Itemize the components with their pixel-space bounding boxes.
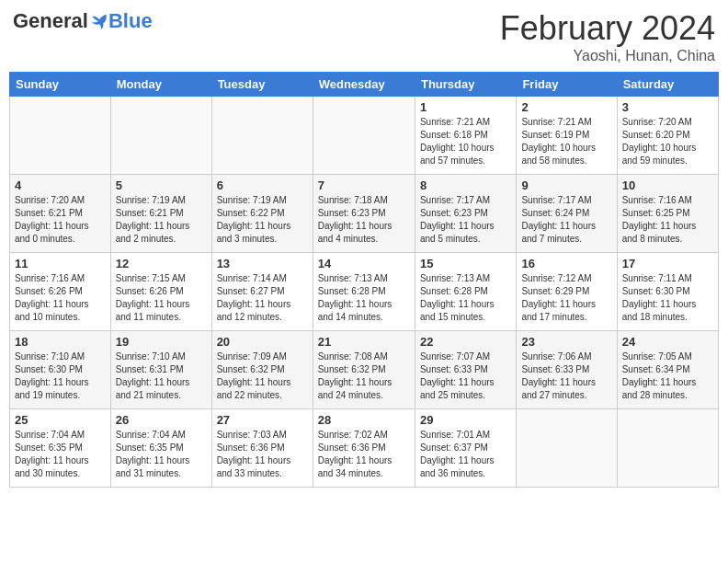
calendar-cell [313, 97, 415, 175]
calendar-cell: 24Sunrise: 7:05 AM Sunset: 6:34 PM Dayli… [617, 331, 718, 409]
day-number: 21 [318, 335, 410, 349]
title-block: February 2024 Yaoshi, Hunan, China [500, 9, 715, 64]
calendar-cell: 8Sunrise: 7:17 AM Sunset: 6:23 PM Daylig… [415, 175, 516, 253]
day-info: Sunrise: 7:15 AM Sunset: 6:26 PM Dayligh… [116, 272, 207, 324]
weekday-header-row: SundayMondayTuesdayWednesdayThursdayFrid… [10, 73, 719, 97]
day-info: Sunrise: 7:07 AM Sunset: 6:33 PM Dayligh… [420, 350, 511, 402]
calendar-cell: 1Sunrise: 7:21 AM Sunset: 6:18 PM Daylig… [415, 97, 516, 175]
day-number: 12 [116, 257, 207, 270]
logo-bird-icon [90, 12, 108, 30]
page-header: General Blue February 2024 Yaoshi, Hunan… [9, 9, 719, 64]
day-number: 20 [217, 335, 308, 349]
calendar-cell: 4Sunrise: 7:20 AM Sunset: 6:21 PM Daylig… [10, 175, 111, 253]
calendar-cell [110, 97, 211, 175]
day-number: 28 [318, 413, 410, 427]
calendar-cell: 22Sunrise: 7:07 AM Sunset: 6:33 PM Dayli… [415, 331, 516, 409]
day-info: Sunrise: 7:09 AM Sunset: 6:32 PM Dayligh… [217, 350, 308, 402]
day-number: 10 [622, 178, 713, 192]
calendar-cell: 20Sunrise: 7:09 AM Sunset: 6:32 PM Dayli… [211, 331, 313, 409]
calendar-cell: 26Sunrise: 7:04 AM Sunset: 6:35 PM Dayli… [110, 409, 211, 488]
day-number: 9 [521, 178, 611, 192]
day-number: 6 [217, 178, 308, 192]
calendar-cell: 2Sunrise: 7:21 AM Sunset: 6:19 PM Daylig… [517, 97, 617, 175]
day-info: Sunrise: 7:19 AM Sunset: 6:21 PM Dayligh… [116, 194, 207, 246]
month-title: February 2024 [500, 9, 715, 48]
day-info: Sunrise: 7:08 AM Sunset: 6:32 PM Dayligh… [318, 350, 410, 402]
weekday-header-saturday: Saturday [617, 73, 718, 97]
calendar-cell: 16Sunrise: 7:12 AM Sunset: 6:29 PM Dayli… [517, 253, 617, 331]
calendar-cell: 29Sunrise: 7:01 AM Sunset: 6:37 PM Dayli… [415, 409, 516, 488]
day-info: Sunrise: 7:01 AM Sunset: 6:37 PM Dayligh… [420, 429, 511, 480]
day-info: Sunrise: 7:21 AM Sunset: 6:18 PM Dayligh… [420, 116, 511, 167]
calendar-cell: 9Sunrise: 7:17 AM Sunset: 6:24 PM Daylig… [517, 175, 617, 253]
day-number: 23 [521, 335, 611, 349]
day-info: Sunrise: 7:13 AM Sunset: 6:28 PM Dayligh… [420, 272, 511, 324]
calendar-cell: 14Sunrise: 7:13 AM Sunset: 6:28 PM Dayli… [313, 253, 415, 331]
weekday-header-wednesday: Wednesday [313, 73, 415, 97]
day-info: Sunrise: 7:20 AM Sunset: 6:21 PM Dayligh… [15, 194, 106, 246]
day-number: 17 [622, 257, 713, 270]
day-number: 29 [420, 413, 511, 427]
day-info: Sunrise: 7:11 AM Sunset: 6:30 PM Dayligh… [622, 272, 713, 324]
day-number: 3 [622, 100, 713, 114]
day-info: Sunrise: 7:14 AM Sunset: 6:27 PM Dayligh… [217, 272, 308, 324]
day-number: 19 [116, 335, 207, 349]
calendar-cell [10, 97, 111, 175]
weekday-header-friday: Friday [517, 73, 617, 97]
day-number: 27 [217, 413, 308, 427]
logo-blue-text: Blue [108, 9, 153, 33]
day-number: 4 [15, 178, 106, 192]
calendar-cell: 3Sunrise: 7:20 AM Sunset: 6:20 PM Daylig… [617, 97, 718, 175]
day-info: Sunrise: 7:13 AM Sunset: 6:28 PM Dayligh… [318, 272, 410, 324]
day-number: 15 [420, 257, 511, 270]
day-info: Sunrise: 7:03 AM Sunset: 6:36 PM Dayligh… [217, 429, 308, 480]
calendar-cell [211, 97, 313, 175]
day-number: 26 [116, 413, 207, 427]
logo-general-text: General [13, 9, 88, 33]
day-info: Sunrise: 7:04 AM Sunset: 6:35 PM Dayligh… [15, 429, 106, 480]
calendar-cell: 6Sunrise: 7:19 AM Sunset: 6:22 PM Daylig… [211, 175, 313, 253]
calendar-cell [517, 409, 617, 488]
logo: General Blue [13, 9, 153, 33]
day-info: Sunrise: 7:12 AM Sunset: 6:29 PM Dayligh… [521, 272, 611, 324]
week-row-2: 4Sunrise: 7:20 AM Sunset: 6:21 PM Daylig… [10, 175, 719, 253]
calendar-cell [617, 409, 718, 488]
calendar-cell: 19Sunrise: 7:10 AM Sunset: 6:31 PM Dayli… [110, 331, 211, 409]
calendar-cell: 23Sunrise: 7:06 AM Sunset: 6:33 PM Dayli… [517, 331, 617, 409]
calendar-cell: 18Sunrise: 7:10 AM Sunset: 6:30 PM Dayli… [10, 331, 111, 409]
day-number: 11 [15, 257, 106, 270]
day-number: 7 [318, 178, 410, 192]
weekday-header-monday: Monday [110, 73, 211, 97]
day-number: 22 [420, 335, 511, 349]
calendar-cell: 28Sunrise: 7:02 AM Sunset: 6:36 PM Dayli… [313, 409, 415, 488]
calendar-cell: 17Sunrise: 7:11 AM Sunset: 6:30 PM Dayli… [617, 253, 718, 331]
day-info: Sunrise: 7:10 AM Sunset: 6:31 PM Dayligh… [116, 350, 207, 402]
week-row-4: 18Sunrise: 7:10 AM Sunset: 6:30 PM Dayli… [10, 331, 719, 409]
calendar-cell: 7Sunrise: 7:18 AM Sunset: 6:23 PM Daylig… [313, 175, 415, 253]
day-number: 25 [15, 413, 106, 427]
day-info: Sunrise: 7:02 AM Sunset: 6:36 PM Dayligh… [318, 429, 410, 480]
calendar-cell: 21Sunrise: 7:08 AM Sunset: 6:32 PM Dayli… [313, 331, 415, 409]
day-info: Sunrise: 7:16 AM Sunset: 6:26 PM Dayligh… [15, 272, 106, 324]
day-info: Sunrise: 7:04 AM Sunset: 6:35 PM Dayligh… [116, 429, 207, 480]
calendar-cell: 27Sunrise: 7:03 AM Sunset: 6:36 PM Dayli… [211, 409, 313, 488]
day-number: 13 [217, 257, 308, 270]
day-info: Sunrise: 7:16 AM Sunset: 6:25 PM Dayligh… [622, 194, 713, 246]
day-number: 1 [420, 100, 511, 114]
week-row-5: 25Sunrise: 7:04 AM Sunset: 6:35 PM Dayli… [10, 409, 719, 488]
calendar-cell: 5Sunrise: 7:19 AM Sunset: 6:21 PM Daylig… [110, 175, 211, 253]
day-info: Sunrise: 7:21 AM Sunset: 6:19 PM Dayligh… [521, 116, 611, 167]
calendar-cell: 15Sunrise: 7:13 AM Sunset: 6:28 PM Dayli… [415, 253, 516, 331]
calendar-cell: 10Sunrise: 7:16 AM Sunset: 6:25 PM Dayli… [617, 175, 718, 253]
calendar-cell: 12Sunrise: 7:15 AM Sunset: 6:26 PM Dayli… [110, 253, 211, 331]
day-number: 18 [15, 335, 106, 349]
day-number: 5 [116, 178, 207, 192]
calendar-cell: 25Sunrise: 7:04 AM Sunset: 6:35 PM Dayli… [10, 409, 111, 488]
week-row-3: 11Sunrise: 7:16 AM Sunset: 6:26 PM Dayli… [10, 253, 719, 331]
day-info: Sunrise: 7:17 AM Sunset: 6:24 PM Dayligh… [521, 194, 611, 246]
day-info: Sunrise: 7:19 AM Sunset: 6:22 PM Dayligh… [217, 194, 308, 246]
day-info: Sunrise: 7:18 AM Sunset: 6:23 PM Dayligh… [318, 194, 410, 246]
weekday-header-thursday: Thursday [415, 73, 516, 97]
weekday-header-sunday: Sunday [10, 73, 111, 97]
day-info: Sunrise: 7:05 AM Sunset: 6:34 PM Dayligh… [622, 350, 713, 402]
